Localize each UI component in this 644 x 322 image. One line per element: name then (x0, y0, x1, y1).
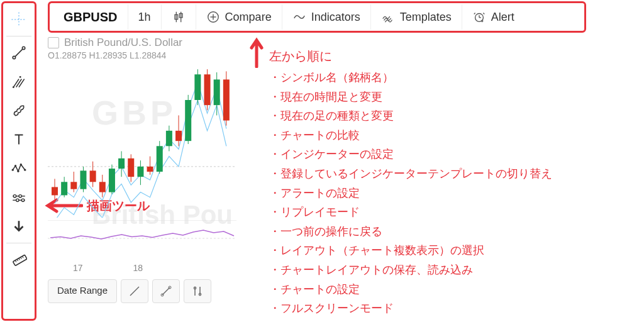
svg-point-15 (21, 199, 24, 201)
svg-rect-46 (99, 182, 106, 192)
measure-tool[interactable] (5, 246, 33, 274)
trend-line-tool[interactable] (5, 39, 33, 67)
annotation-item: チャートの比較 (269, 126, 552, 145)
svg-line-20 (21, 257, 22, 259)
pattern-tool[interactable] (5, 155, 33, 182)
candlestick-icon (172, 10, 186, 24)
svg-rect-66 (194, 74, 201, 100)
ohlc-readout: O1.28875 H1.28935 L1.28844 (48, 50, 243, 60)
symbol-name: GBPUSD (64, 10, 118, 25)
top-toolbar: GBPUSD 1h Compare Indicators Templates A… (48, 1, 586, 33)
indicators-button[interactable]: Indicators (282, 4, 371, 30)
arrow-marker-tool[interactable] (5, 213, 33, 240)
svg-rect-38 (61, 182, 67, 195)
annotation-item: 一つ前の操作に戻る (269, 222, 552, 242)
svg-rect-40 (70, 182, 77, 189)
annotation-item: 登録しているインジケーターテンプレートの切り替え (269, 164, 552, 184)
annotation-heading: 左から順に (269, 45, 552, 67)
svg-line-18 (17, 259, 18, 261)
compare-button[interactable]: Compare (196, 4, 282, 30)
templates-icon (381, 10, 395, 24)
annotation-item: 現在の時間足と変更 (269, 87, 552, 107)
svg-rect-70 (214, 79, 220, 105)
annotation-list: 左から順に シンボル名（銘柄名）現在の時間足と変更現在の足の種類と変更チャートの… (269, 45, 552, 322)
timeframe-label: 1h (138, 11, 151, 24)
x-tick: 18 (133, 263, 143, 273)
svg-rect-60 (166, 131, 172, 146)
annotation-item: リプレイモード (269, 203, 552, 222)
svg-point-6 (14, 165, 16, 167)
compare-label: Compare (225, 11, 272, 24)
alert-clock-icon (472, 10, 486, 24)
mini-channel-tool[interactable] (184, 279, 211, 303)
annotation-item: シンボル名（銘柄名） (269, 68, 552, 87)
svg-point-4 (19, 76, 21, 78)
annotation-item: チャートの設定 (269, 280, 552, 299)
svg-point-5 (12, 169, 14, 171)
chart-title: British Pound/U.S. Dollar (64, 36, 182, 49)
templates-label: Templates (400, 11, 452, 24)
svg-line-76 (162, 287, 170, 295)
candlestick-chart[interactable] (48, 60, 236, 218)
svg-rect-64 (185, 100, 191, 141)
text-tool[interactable] (5, 126, 33, 153)
svg-rect-58 (157, 146, 163, 172)
svg-line-2 (15, 49, 23, 57)
svg-point-13 (19, 195, 21, 197)
plus-square-icon[interactable] (48, 37, 59, 48)
alert-button[interactable]: Alert (462, 4, 525, 30)
drawing-toolbar (1, 1, 36, 321)
annotation-item: カメラモード (269, 318, 552, 322)
templates-button[interactable]: Templates (371, 4, 462, 30)
svg-rect-48 (109, 169, 115, 192)
indicators-label: Indicators (311, 11, 360, 24)
pitchfork-tool[interactable] (5, 68, 33, 96)
annotation-arrow-up (245, 36, 268, 70)
forecast-tool[interactable] (5, 184, 33, 211)
separator (6, 243, 31, 243)
svg-line-21 (22, 256, 23, 258)
svg-line-19 (19, 258, 20, 260)
svg-rect-44 (90, 170, 96, 182)
svg-rect-42 (80, 170, 86, 189)
svg-rect-16 (13, 255, 27, 265)
mini-segment-tool[interactable] (152, 279, 180, 303)
svg-point-12 (13, 195, 16, 197)
annotation-item: チャートレイアウトの保存、読み込み (269, 260, 552, 280)
oscillator-subpanel[interactable] (48, 220, 236, 258)
svg-rect-56 (147, 167, 153, 172)
svg-point-7 (17, 170, 19, 172)
symbol-selector[interactable]: GBPUSD (53, 4, 128, 30)
svg-rect-72 (223, 79, 230, 120)
svg-point-14 (16, 199, 19, 201)
mini-line-tool[interactable] (121, 279, 148, 303)
svg-rect-36 (52, 187, 58, 195)
alert-label: Alert (491, 11, 514, 24)
svg-line-75 (130, 287, 139, 296)
annotation-item: フルスクリーンモード (269, 299, 552, 318)
svg-rect-52 (128, 158, 134, 177)
separator (6, 36, 31, 36)
date-range-button[interactable]: Date Range (48, 279, 117, 303)
svg-rect-50 (118, 158, 125, 169)
svg-line-17 (15, 260, 16, 262)
annotation-item: アラートの設定 (269, 184, 552, 203)
svg-rect-54 (137, 167, 143, 177)
annotation-item: レイアウト（チャート複数表示）の選択 (269, 241, 552, 260)
annotation-item: インジケーターの設定 (269, 145, 552, 164)
timeframe-selector[interactable]: 1h (128, 4, 162, 30)
svg-rect-68 (204, 74, 211, 105)
annotation-item: 現在の足の種類と変更 (269, 106, 552, 126)
svg-point-9 (24, 169, 26, 171)
chart-panel[interactable]: GBP British Pou British Pound/U.S. Dolla… (48, 36, 243, 313)
svg-rect-62 (175, 131, 182, 141)
svg-point-8 (20, 164, 22, 165)
chart-bottom-bar: Date Range (48, 279, 243, 303)
brush-tool[interactable] (5, 97, 33, 125)
x-axis: 17 18 (48, 263, 243, 273)
chart-type-selector[interactable] (162, 4, 196, 30)
plus-circle-icon (206, 10, 220, 24)
wave-icon (292, 10, 306, 24)
x-tick: 17 (73, 263, 83, 273)
crosshair-tool[interactable] (5, 6, 33, 33)
